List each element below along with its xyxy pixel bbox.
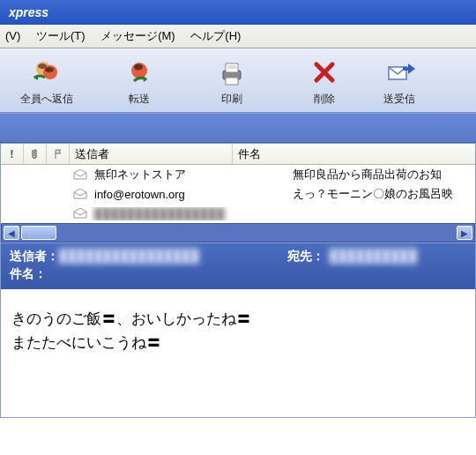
svg-point-3 [45,67,54,72]
row-subject: 無印良品から商品出荷のお知 [289,167,475,183]
column-subject[interactable]: 件名 [233,144,475,164]
reply-all-icon [31,56,63,88]
envelope-open-icon [70,189,91,199]
column-attachment[interactable] [24,144,47,164]
delete-label: 削除 [314,92,335,107]
table-row[interactable]: 無印ネットストア 無印良品から商品出荷のお知 [1,165,475,184]
menu-help[interactable]: ヘルプ(H) [190,29,241,42]
print-button[interactable]: 印刷 [185,56,278,107]
row-sender: info@erotown.org [91,188,289,201]
subject-label: 件名： [10,266,59,282]
message-body: きのうのご飯〓、おいしかったね〓 またたべにいこうね〓 [1,289,475,417]
forward-button[interactable]: 転送 [93,56,185,107]
svg-rect-17 [403,67,410,71]
scroll-left-arrow[interactable]: ◀ [4,226,19,240]
row-sender: ████████████████. [91,207,289,220]
folder-band [0,113,476,143]
delete-icon [309,56,340,88]
table-row[interactable]: ████████████████. [1,204,475,223]
forward-label: 転送 [129,92,150,107]
body-line: またたべにいこうね〓 [11,331,465,354]
svg-point-6 [134,64,143,71]
menu-bar: (V) ツール(T) メッセージ(M) ヘルプ(H) [0,25,476,48]
forward-icon [123,56,155,88]
menu-message[interactable]: メッセージ(M) [100,29,175,42]
to-label: 宛先： [287,249,330,265]
to-value: ██████████ [330,249,466,265]
preview-header: 送信者： ████████████████ 宛先： ██████████ 件名： [1,243,475,289]
column-sender[interactable]: 送信者 [70,144,233,164]
envelope-open-icon [70,208,91,219]
scroll-thumb[interactable] [21,226,56,240]
menu-tool[interactable]: ツール(T) [36,29,86,42]
envelope-open-icon [70,169,91,180]
window-title: xpress [0,0,476,25]
toolbar: 全員へ返信 転送 印刷 削除 送受信 [0,48,476,113]
menu-view[interactable]: (V) [5,29,20,42]
sendrecv-button[interactable]: 送受信 [370,56,417,107]
reply-all-button[interactable]: 全員へ返信 [0,56,93,107]
print-icon [216,56,248,88]
table-row[interactable]: info@erotown.org えっ？モーニン〇娘のお風呂映 [1,184,475,204]
reply-all-label: 全員へ返信 [20,92,73,107]
svg-rect-10 [226,78,238,85]
paperclip-icon [30,148,41,160]
from-label: 送信者： [10,249,59,265]
list-header: ! 送信者 件名 [1,144,475,165]
svg-marker-7 [143,76,147,82]
scroll-right-arrow[interactable]: ▶ [457,226,472,240]
body-line: きのうのご飯〓、おいしかったね〓 [11,307,465,331]
row-sender: 無印ネットストア [91,167,289,183]
svg-point-2 [38,63,47,69]
preview-pane: 送信者： ████████████████ 宛先： ██████████ 件名：… [0,243,476,418]
message-list: ! 送信者 件名 無印ネットストア 無印良品から商品出荷のお知 info@ero… [0,143,476,243]
sendrecv-icon [383,56,415,88]
column-flag[interactable] [47,144,70,164]
row-subject: えっ？モーニン〇娘のお風呂映 [289,186,475,202]
flag-icon [53,149,63,160]
sendrecv-label: 送受信 [383,92,415,107]
print-label: 印刷 [221,92,242,107]
horizontal-scrollbar[interactable]: ◀ ▶ [1,223,475,242]
delete-button[interactable]: 削除 [278,56,370,107]
column-priority[interactable]: ! [1,144,24,164]
from-value: ████████████████ [59,249,287,265]
